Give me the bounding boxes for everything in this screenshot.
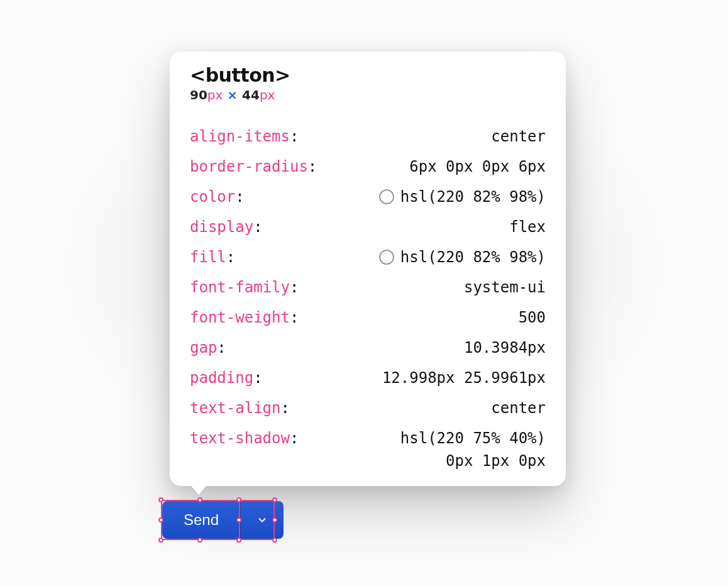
css-value-text: hsl(220 82% 98%) (400, 189, 546, 204)
css-property-value: hsl(220 82% 98%) (379, 250, 546, 265)
send-button[interactable]: Send (162, 501, 241, 539)
css-property-value: 12.998px 25.9961px (382, 370, 546, 385)
css-property-value: 10.3984px (464, 340, 546, 355)
css-property-value: 500 (519, 310, 546, 325)
dim-unit: px (260, 87, 275, 102)
dim-height: 44 (242, 87, 260, 102)
css-property-row: border-radius: 6px 0px 0px 6px (190, 159, 546, 174)
css-property-value: hsl(220 75% 40%) 0px 1px 0px (400, 431, 546, 468)
css-property-value: flex (509, 219, 546, 235)
css-property-name: display: (190, 219, 263, 235)
css-property-value: center (491, 401, 546, 416)
send-dropdown-button[interactable] (241, 501, 284, 539)
dim-times: × (227, 87, 238, 102)
css-property-name: font-family: (190, 280, 299, 295)
css-property-row: gap: 10.3984px (190, 340, 546, 355)
dim-unit: px (207, 87, 223, 102)
css-property-value: 6px 0px 0px 6px (409, 159, 546, 174)
css-property-row: fill: hsl(220 82% 98%) (190, 250, 546, 265)
css-property-value: hsl(220 82% 98%) (379, 189, 546, 204)
css-property-name: font-weight: (190, 310, 299, 325)
css-property-name: gap: (190, 340, 226, 355)
css-property-row: display: flex (190, 219, 546, 235)
css-property-row: align-items: center (190, 129, 546, 144)
color-swatch-icon (379, 189, 394, 204)
css-property-row: font-family: system-ui (190, 280, 546, 295)
css-property-name: align-items: (190, 129, 299, 144)
css-property-value: center (491, 129, 546, 144)
css-property-name: border-radius: (190, 159, 317, 174)
css-property-name: text-align: (190, 401, 290, 416)
css-value-text: hsl(220 82% 98%) (400, 250, 546, 265)
chevron-down-icon (256, 514, 268, 526)
color-swatch-icon (379, 250, 394, 265)
inspector-tooltip: <button> 90px × 44px align-items: center… (170, 52, 566, 486)
css-property-name: color: (190, 189, 245, 204)
css-property-name: padding: (190, 370, 263, 385)
css-property-row: padding: 12.998px 25.9961px (190, 370, 546, 385)
css-property-row: color: hsl(220 82% 98%) (190, 189, 546, 204)
css-property-row: font-weight: 500 (190, 310, 546, 325)
css-property-name: fill: (190, 250, 235, 265)
css-property-row: text-align: center (190, 401, 546, 416)
send-button-label: Send (184, 511, 219, 529)
element-dimensions: 90px × 44px (190, 87, 546, 102)
send-button-group: Send (162, 501, 284, 539)
element-tag: <button> (190, 64, 546, 86)
css-properties-list: align-items: center border-radius: 6px 0… (190, 129, 546, 468)
css-property-value: system-ui (464, 280, 546, 295)
dim-width: 90 (190, 87, 207, 102)
css-property-name: text-shadow: (190, 431, 299, 446)
css-value-text: hsl(220 75% 40%) (400, 431, 546, 446)
css-property-row: text-shadow: hsl(220 75% 40%) 0px 1px 0p… (190, 431, 546, 468)
css-value-text: 0px 1px 0px (446, 453, 546, 468)
